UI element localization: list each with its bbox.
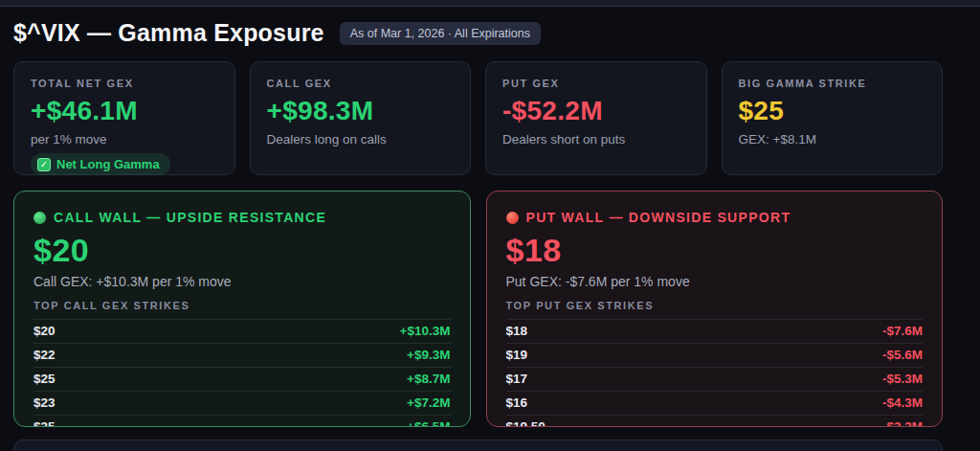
gex-cell: +$10.3M (400, 324, 451, 339)
strike-cell: $25 (33, 372, 56, 387)
stat-sub: GEX: +$8.1M (739, 132, 926, 147)
bottom-card-stub (13, 440, 943, 451)
strike-cell: $20 (33, 324, 56, 339)
stat-value: +$46.1M (31, 96, 218, 126)
table-row: $22 +$9.3M (33, 343, 451, 367)
call-wall-subtitle: Call GEX: +$10.3M per 1% move (33, 274, 451, 289)
gex-cell: +$6.5M (407, 419, 450, 427)
gex-cell: -$2.2M (882, 419, 923, 427)
put-strikes-table-label: TOP PUT GEX STRIKES (506, 300, 924, 312)
gex-cell: -$4.3M (882, 395, 923, 411)
call-strikes-table: $20 +$10.3M $22 +$9.3M $25 +$8.7M $23 +$… (33, 319, 451, 427)
strike-cell: $35 (33, 419, 56, 427)
stats-grid: TOTAL NET GEX +$46.1M per 1% move ✓ Net … (13, 61, 943, 175)
strike-cell: $18 (506, 324, 528, 339)
table-row: $25 +$8.7M (33, 367, 451, 391)
table-row: $19.50 -$2.2M (506, 415, 924, 427)
stat-card-big-gamma-strike: BIG GAMMA STRIKE $25 GEX: +$8.1M (722, 61, 944, 175)
gex-cell: -$7.6M (882, 324, 923, 339)
stat-label: BIG GAMMA STRIKE (739, 78, 926, 89)
stat-card-total-net-gex: TOTAL NET GEX +$46.1M per 1% move ✓ Net … (13, 61, 235, 175)
strike-cell: $17 (506, 372, 528, 387)
call-wall-strike: $20 (33, 234, 451, 266)
stat-sub: per 1% move (31, 132, 218, 147)
stat-card-put-gex: PUT GEX -$52.2M Dealers short on puts (485, 61, 707, 175)
stat-sub: Dealers short on puts (502, 132, 690, 147)
put-wall-strike: $18 (506, 234, 924, 266)
net-long-gamma-label: Net Long Gamma (56, 157, 160, 171)
table-row: $17 -$5.3M (506, 367, 924, 391)
gex-cell: +$9.3M (407, 348, 450, 363)
call-wall-title: CALL WALL — UPSIDE RESISTANCE (33, 210, 451, 225)
walls-grid: CALL WALL — UPSIDE RESISTANCE $20 Call G… (13, 191, 943, 427)
strike-cell: $23 (33, 395, 56, 411)
gex-cell: -$5.3M (882, 372, 923, 387)
red-circle-icon (506, 212, 519, 224)
put-wall-title-label: PUT WALL — DOWNSIDE SUPPORT (526, 210, 791, 225)
stat-label: CALL GEX (267, 78, 455, 89)
page-title: $^VIX — Gamma Exposure (13, 19, 324, 47)
stat-value: $25 (739, 96, 926, 126)
strike-cell: $19 (506, 348, 528, 363)
stat-label: PUT GEX (502, 78, 690, 89)
gex-cell: +$8.7M (407, 372, 450, 387)
page-container: $^VIX — Gamma Exposure As of Mar 1, 2026… (13, 19, 943, 451)
put-wall-panel: PUT WALL — DOWNSIDE SUPPORT $18 Put GEX:… (486, 191, 944, 427)
table-row: $16 -$4.3M (506, 391, 924, 415)
put-wall-subtitle: Put GEX: -$7.6M per 1% move (506, 274, 924, 289)
call-strikes-table-label: TOP CALL GEX STRIKES (33, 300, 451, 312)
strike-cell: $16 (506, 395, 528, 411)
put-wall-title: PUT WALL — DOWNSIDE SUPPORT (506, 210, 924, 225)
table-row: $19 -$5.6M (506, 343, 924, 367)
stat-value: +$98.3M (267, 96, 455, 126)
put-strikes-table: $18 -$7.6M $19 -$5.6M $17 -$5.3M $16 -$4… (506, 319, 924, 427)
check-icon: ✓ (37, 158, 51, 171)
net-long-gamma-badge: ✓ Net Long Gamma (31, 153, 170, 175)
stat-card-call-gex: CALL GEX +$98.3M Dealers long on calls (250, 61, 472, 175)
table-row: $35 +$6.5M (33, 415, 451, 427)
stat-label: TOTAL NET GEX (31, 78, 218, 89)
gex-cell: -$5.6M (882, 348, 923, 363)
gex-cell: +$7.2M (407, 395, 450, 411)
table-row: $18 -$7.6M (506, 319, 924, 343)
asof-badge: As of Mar 1, 2026 · All Expirations (340, 22, 541, 45)
call-wall-panel: CALL WALL — UPSIDE RESISTANCE $20 Call G… (13, 191, 471, 427)
table-row: $23 +$7.2M (33, 391, 451, 415)
strike-cell: $22 (33, 348, 56, 363)
green-circle-icon (33, 212, 46, 224)
strike-cell: $19.50 (506, 419, 546, 427)
stat-value: -$52.2M (502, 96, 690, 126)
stat-sub: Dealers long on calls (267, 132, 455, 147)
header: $^VIX — Gamma Exposure As of Mar 1, 2026… (13, 19, 943, 47)
call-wall-title-label: CALL WALL — UPSIDE RESISTANCE (54, 210, 326, 225)
table-row: $20 +$10.3M (33, 319, 451, 343)
top-strip (0, 0, 980, 7)
